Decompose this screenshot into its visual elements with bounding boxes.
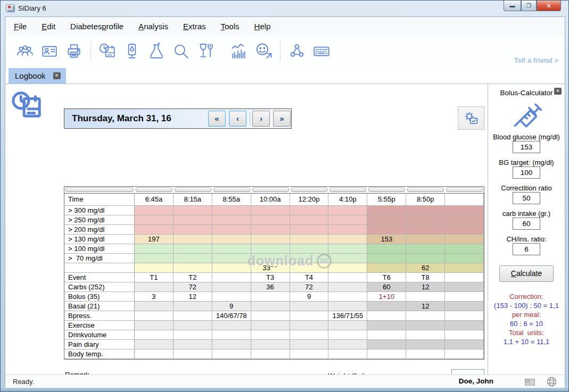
- logbook-cell[interactable]: [406, 330, 445, 340]
- logbook-cell[interactable]: [367, 302, 406, 311]
- logbook-cell[interactable]: [328, 302, 367, 311]
- logbook-cell[interactable]: [135, 349, 174, 359]
- menu-extras[interactable]: Extras: [183, 22, 206, 31]
- tab-close-icon[interactable]: ✕: [53, 72, 61, 79]
- logbook-cell[interactable]: [290, 206, 329, 215]
- logbook-cell[interactable]: [174, 263, 212, 273]
- maximize-button[interactable]: ❐: [521, 1, 537, 11]
- logbook-cell[interactable]: [251, 215, 290, 225]
- column-header-button[interactable]: [65, 187, 134, 192]
- column-header-button[interactable]: [175, 187, 211, 192]
- logbook-cell[interactable]: [445, 235, 484, 244]
- logbook-cell[interactable]: [406, 340, 445, 349]
- menu-help[interactable]: Help: [254, 22, 271, 31]
- menu-file[interactable]: File: [14, 22, 27, 31]
- logbook-cell[interactable]: [445, 282, 484, 292]
- logbook-cell[interactable]: [328, 254, 367, 263]
- menu-diabetesprofile[interactable]: Diabetesprofile: [70, 22, 123, 31]
- logbook-cell[interactable]: [367, 321, 406, 330]
- wellness-icon[interactable]: [251, 41, 276, 61]
- logbook-cell[interactable]: [174, 330, 212, 340]
- logbook-cell[interactable]: [367, 244, 406, 254]
- logbook-settings-button[interactable]: [458, 106, 484, 130]
- logbook-cell[interactable]: [212, 292, 251, 302]
- tell-a-friend-link[interactable]: Tell a friend >: [514, 56, 558, 64]
- logbook-cell[interactable]: [251, 254, 290, 263]
- logbook-cell[interactable]: 36: [251, 282, 290, 292]
- nutrition-icon[interactable]: [193, 41, 218, 61]
- bg-target-input[interactable]: [513, 166, 540, 179]
- logbook-cell[interactable]: [135, 340, 174, 349]
- logbook-cell[interactable]: 1+10: [367, 292, 406, 302]
- time-header-cell[interactable]: [445, 194, 484, 206]
- logbook-cell[interactable]: [445, 206, 484, 215]
- blood-glucose-input[interactable]: [513, 141, 540, 153]
- logbook-cell[interactable]: [445, 225, 484, 235]
- logbook-cell[interactable]: [212, 206, 251, 215]
- time-header-cell[interactable]: 8:55a: [212, 194, 251, 206]
- logbook-cell[interactable]: [290, 254, 329, 263]
- logbook-cell[interactable]: 12: [174, 292, 212, 302]
- logbook-cell[interactable]: [328, 225, 367, 235]
- logbook-cell[interactable]: [135, 215, 174, 225]
- logbook-cell[interactable]: [174, 349, 212, 359]
- logbook-cell[interactable]: [406, 254, 445, 263]
- logbook-cell[interactable]: [135, 321, 174, 330]
- logbook-cell[interactable]: [445, 244, 484, 254]
- logbook-cell[interactable]: [174, 235, 212, 244]
- logbook-cell[interactable]: 3: [135, 292, 174, 302]
- logbook-cell[interactable]: [290, 321, 329, 330]
- logbook-cell[interactable]: [328, 292, 367, 302]
- logbook-cell[interactable]: 12: [406, 282, 445, 292]
- logbook-cell[interactable]: [251, 330, 290, 340]
- column-header-button[interactable]: [136, 187, 172, 192]
- column-header-button[interactable]: [252, 187, 289, 192]
- patient-card-icon[interactable]: [37, 41, 62, 61]
- logbook-cell[interactable]: [212, 254, 251, 263]
- logbook-cell[interactable]: [367, 340, 406, 349]
- logbook-cell[interactable]: [328, 321, 367, 330]
- logbook-cell[interactable]: T8: [406, 273, 445, 282]
- keyboard-icon[interactable]: [309, 41, 334, 61]
- logbook-cell[interactable]: [212, 263, 251, 273]
- logbook-cell[interactable]: [290, 215, 329, 225]
- patients-icon[interactable]: [13, 41, 37, 61]
- logbook-cell[interactable]: [328, 282, 367, 292]
- logbook-cell[interactable]: [251, 311, 290, 321]
- logbook-cell[interactable]: [445, 273, 484, 282]
- column-header-button[interactable]: [368, 187, 405, 192]
- logbook-cell[interactable]: [328, 235, 367, 244]
- share-icon[interactable]: [285, 41, 309, 61]
- carb-intake-input[interactable]: [513, 218, 540, 230]
- logbook-cell[interactable]: T2: [174, 273, 212, 282]
- logbook-cell[interactable]: [212, 225, 251, 235]
- logbook-cell[interactable]: [445, 292, 484, 302]
- print-icon[interactable]: [62, 41, 86, 61]
- logbook-cell[interactable]: [406, 225, 445, 235]
- time-header-cell[interactable]: 12:20p: [290, 194, 329, 206]
- logbook-cell[interactable]: [367, 311, 406, 321]
- logbook-cell[interactable]: [406, 321, 445, 330]
- logbook-cell[interactable]: [135, 225, 174, 235]
- statistics-icon[interactable]: [227, 41, 251, 61]
- logbook-cell[interactable]: [406, 311, 445, 321]
- logbook-cell[interactable]: [251, 225, 290, 235]
- logbook-cell[interactable]: [174, 321, 212, 330]
- logbook-cell[interactable]: [212, 349, 251, 359]
- logbook-cell[interactable]: 72: [174, 282, 212, 292]
- language-flag-icon[interactable]: [525, 378, 535, 388]
- logbook-cell[interactable]: [367, 225, 406, 235]
- logbook-cell[interactable]: [328, 273, 367, 282]
- logbook-cell[interactable]: [445, 254, 484, 263]
- logbook-cell[interactable]: [251, 340, 290, 349]
- title-bar[interactable]: SiDiary 6 ▬ ❐ ✕: [1, 1, 568, 16]
- correction-ratio-input[interactable]: [513, 192, 540, 204]
- logbook-cell[interactable]: [174, 225, 212, 235]
- logbook-cell[interactable]: [135, 244, 174, 254]
- logbook-cell[interactable]: [212, 282, 251, 292]
- logbook-cell[interactable]: [212, 340, 251, 349]
- logbook-cell[interactable]: [367, 330, 406, 340]
- minimize-button[interactable]: ▬: [504, 1, 521, 11]
- logbook-cell[interactable]: [290, 330, 329, 340]
- logbook-cell[interactable]: [290, 302, 329, 311]
